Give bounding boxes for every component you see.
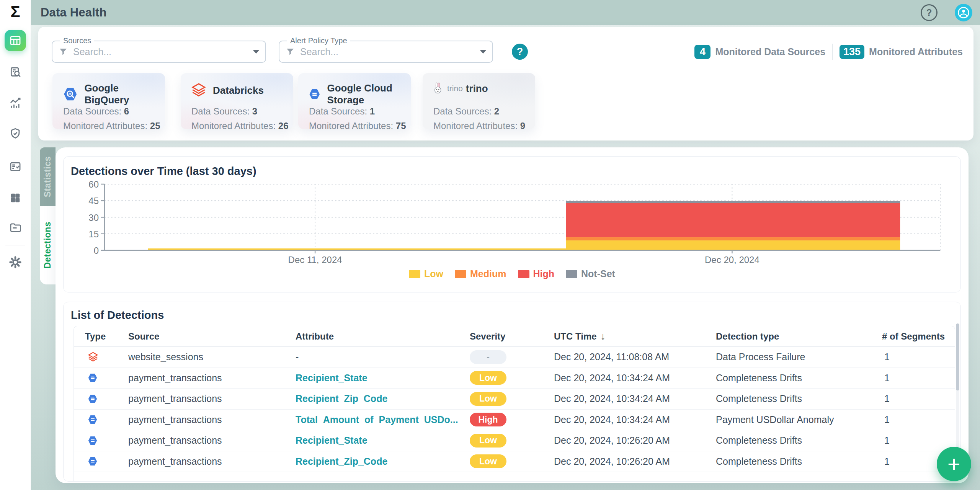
sidebar-divider (5, 245, 25, 245)
source-cell: payment_transactions (128, 435, 296, 446)
detections-chart-card: Detections over Time (last 30 days) 0153… (63, 156, 961, 292)
chart-title: Detections over Time (last 30 days) (71, 165, 256, 178)
attribute-link[interactable]: Recipient_Zip_Code (296, 393, 470, 404)
column-header-severity[interactable]: Severity (470, 331, 554, 342)
sidebar-item-checks[interactable] (0, 156, 31, 177)
severity-pill: Low (470, 371, 506, 385)
svg-text:30: 30 (88, 212, 99, 223)
filters-help-icon[interactable]: ? (512, 44, 528, 60)
legend-swatch-not-set (566, 270, 577, 278)
source-card-trino[interactable]: trino trino Data Sources: 2 Monitored At… (423, 73, 535, 129)
monitored-data-sources-summary: 4 Monitored Data Sources (694, 45, 825, 59)
scrollbar-thumb[interactable] (956, 323, 959, 390)
summary-badges: 4 Monitored Data Sources 135 Monitored A… (694, 44, 963, 60)
tab-detections[interactable]: Detections (40, 206, 56, 284)
detection-type-cell: Payment USDollar Anomaly (716, 414, 882, 425)
column-header-detection-type[interactable]: Detection type (716, 331, 882, 342)
column-header-attribute[interactable]: Attribute (296, 331, 470, 342)
table-row[interactable]: payment_transactions Recipient_Zip_Code … (74, 451, 955, 472)
source-card-gcs[interactable]: Google Cloud Storage Data Sources: 1 Mon… (298, 73, 411, 129)
trend-chart-icon (9, 96, 22, 109)
table-row[interactable]: payment_transactions Recipient_State Low… (74, 430, 955, 451)
sidebar-divider (5, 24, 25, 24)
chevron-down-icon[interactable] (253, 50, 259, 54)
dashboard-table-icon (9, 34, 22, 47)
column-header-utc-time[interactable]: UTC Time↓ (554, 330, 716, 342)
chevron-down-icon[interactable] (480, 50, 486, 54)
severity-pill: High (470, 413, 506, 426)
user-avatar[interactable] (955, 4, 972, 21)
source-card-databricks[interactable]: Databricks Data Sources: 3 Monitored Att… (181, 73, 293, 129)
attribute-link[interactable]: Total_Amount_of_Payment_USDo... (296, 414, 470, 425)
grid-blocks-icon (9, 192, 21, 204)
segments-cell: 1 (882, 393, 955, 404)
legend-swatch-high (518, 270, 529, 278)
sidebar-item-data-explorer[interactable] (0, 62, 31, 83)
sidebar-item-projects[interactable] (0, 217, 31, 238)
table-row[interactable]: payment_transactions Recipient_State Low… (74, 368, 955, 389)
gcs-icon (85, 456, 128, 467)
help-icon[interactable]: ? (921, 4, 938, 21)
source-cell: payment_transactions (128, 456, 296, 467)
column-header-segments[interactable]: # of Segments (882, 331, 955, 342)
table-row[interactable]: payment_transactions Recipient_Zip_Code … (74, 389, 955, 410)
data-sources-count-badge: 4 (694, 45, 710, 59)
sidebar: Σ (0, 0, 31, 490)
list-title: List of Detections (71, 309, 164, 322)
top-bar: Data Health ? (31, 0, 980, 25)
sources-search-input[interactable] (72, 46, 253, 58)
detection-type-cell: Completeness Drifts (716, 456, 882, 467)
attribute-link[interactable]: Recipient_State (296, 372, 470, 384)
severity-pill: Low (470, 434, 506, 448)
attributes-count-badge: 135 (840, 45, 864, 59)
topbar-actions: ? (921, 0, 972, 25)
detections-over-time-chart: 015304560Dec 11, 2024Dec 20, 2024 (70, 180, 954, 268)
table-row[interactable]: website_sessions - - Dec 20, 2024, 11:08… (74, 347, 955, 368)
source-cell: payment_transactions (128, 372, 296, 384)
detection-type-cell: Data Process Failure (716, 351, 882, 363)
alert-policy-search-input[interactable] (299, 46, 480, 58)
severity-pill: Low (470, 454, 506, 468)
bigquery-icon (62, 86, 78, 102)
attribute-link[interactable]: Recipient_State (296, 435, 470, 446)
utc-time-cell: Dec 20, 2024, 10:34:24 AM (554, 393, 716, 404)
document-search-icon (9, 66, 22, 79)
utc-time-cell: Dec 20, 2024, 11:08:08 AM (554, 351, 716, 363)
shield-check-icon (9, 127, 22, 140)
utc-time-cell: Dec 20, 2024, 10:34:24 AM (554, 414, 716, 425)
segments-cell: 1 (882, 414, 955, 425)
table-row[interactable]: payment_transactions Total_Amount_of_Pay… (74, 410, 955, 431)
svg-text:15: 15 (88, 229, 99, 239)
column-header-type[interactable]: Type (85, 331, 128, 342)
sidebar-item-dashboard[interactable] (5, 30, 26, 51)
gcs-icon (85, 394, 128, 404)
topbar-divider (946, 6, 946, 19)
app-logo-sigma[interactable]: Σ (0, 0, 31, 24)
severity-pill: - (470, 350, 506, 364)
detections-panel: Detections over Time (last 30 days) 0153… (56, 147, 969, 483)
sort-desc-icon: ↓ (601, 330, 606, 342)
attribute-cell: - (296, 351, 470, 363)
detections-table: Type Source Attribute Severity UTC Time↓… (74, 326, 955, 481)
sidebar-item-settings[interactable] (0, 252, 31, 273)
legend-item-low: Low (409, 268, 443, 279)
gcs-icon (85, 372, 128, 383)
detection-type-cell: Completeness Drifts (716, 372, 882, 384)
page-title: Data Health (41, 6, 107, 20)
severity-pill: Low (470, 392, 506, 406)
detection-type-cell: Completeness Drifts (716, 435, 882, 446)
filters-panel: Sources Alert Policy Type ? 4 Monitored … (38, 27, 973, 140)
sidebar-item-policies[interactable] (0, 123, 31, 144)
tab-statistics[interactable]: Statistics (40, 147, 56, 206)
sidebar-item-apps[interactable] (0, 187, 31, 209)
column-header-source[interactable]: Source (128, 331, 296, 342)
segments-cell: 1 (882, 351, 955, 363)
source-card-bigquery[interactable]: Google BigQuery Data Sources: 6 Monitore… (52, 73, 165, 129)
utc-time-cell: Dec 20, 2024, 10:34:24 AM (554, 372, 716, 384)
databricks-icon (85, 351, 128, 363)
sidebar-item-analytics[interactable] (0, 92, 31, 114)
svg-text:Dec 20, 2024: Dec 20, 2024 (705, 255, 760, 265)
utc-time-cell: Dec 20, 2024, 10:26:20 AM (554, 456, 716, 467)
add-button[interactable]: + (937, 447, 971, 481)
attribute-link[interactable]: Recipient_Zip_Code (296, 456, 470, 467)
